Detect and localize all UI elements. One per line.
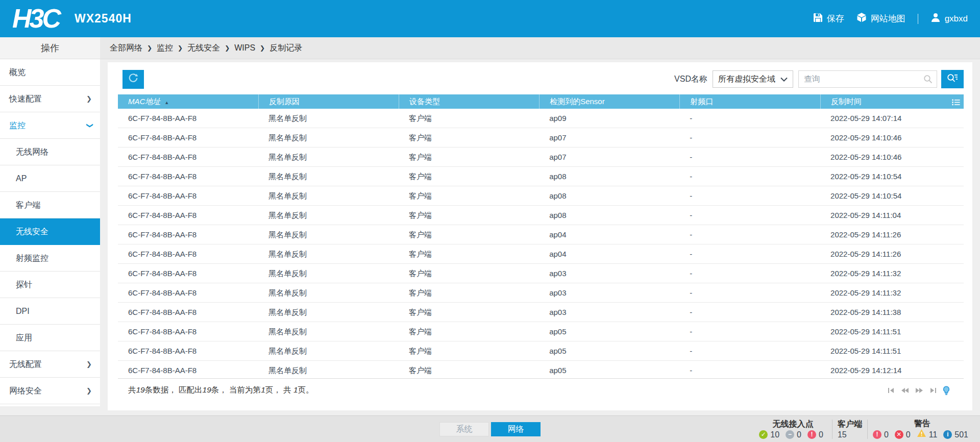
device-model: WX2540H bbox=[75, 12, 132, 26]
table-cell: 6C-F7-84-8B-AA-F8 bbox=[118, 264, 258, 283]
advanced-search-button[interactable] bbox=[941, 70, 964, 88]
sidebar-item-dpi[interactable]: DPI bbox=[0, 298, 100, 325]
header-divider bbox=[918, 14, 918, 24]
sidebar-item-overview[interactable]: 概览 bbox=[0, 59, 100, 86]
table-cell: 客户端 bbox=[399, 186, 539, 205]
table-cell: 6C-F7-84-8B-AA-F8 bbox=[118, 244, 258, 263]
next-page-button[interactable] bbox=[915, 387, 923, 394]
column-config-icon[interactable] bbox=[952, 99, 960, 107]
column-header[interactable]: MAC地址▲ bbox=[118, 94, 258, 109]
status-stats: 无线接入点 ✓10 −0 !0 客户端 15 警告 !0 ✕0 11 i501 bbox=[754, 418, 977, 440]
sidebar-item-ap[interactable]: AP bbox=[0, 165, 100, 192]
table-row[interactable]: 6C-F7-84-8B-AA-F8黑名单反制客户端ap03-2022-05-29… bbox=[118, 303, 964, 322]
table-cell: 6C-F7-84-8B-AA-F8 bbox=[118, 322, 258, 341]
sidebar-item-wireless-security[interactable]: 无线安全 bbox=[0, 218, 100, 245]
table-row[interactable]: 6C-F7-84-8B-AA-F8黑名单反制客户端ap08-2022-05-29… bbox=[118, 186, 964, 206]
table-cell: 黑名单反制 bbox=[258, 303, 399, 322]
breadcrumb-item[interactable]: 监控 bbox=[157, 43, 173, 54]
table-cell: 2022-05-29 14:10:46 bbox=[820, 128, 964, 147]
table-row[interactable]: 6C-F7-84-8B-AA-F8黑名单反制客户端ap08-2022-05-29… bbox=[118, 206, 964, 225]
table-footer: 共19条数据， 匹配出19条， 当前为第1页， 共 1页。 bbox=[118, 378, 964, 402]
tab-network[interactable]: 网络 bbox=[491, 422, 541, 436]
breadcrumb-item[interactable]: WIPS bbox=[234, 43, 255, 53]
table-row[interactable]: 6C-F7-84-8B-AA-F8黑名单反制客户端ap04-2022-05-29… bbox=[118, 225, 964, 244]
table-cell: 6C-F7-84-8B-AA-F8 bbox=[118, 109, 258, 128]
sidebar-item-client[interactable]: 客户端 bbox=[0, 192, 100, 218]
sitemap-button[interactable]: 网站地图 bbox=[856, 12, 905, 25]
table-row[interactable]: 6C-F7-84-8B-AA-F8黑名单反制客户端ap09-2022-05-29… bbox=[118, 109, 964, 128]
sitemap-cube-icon bbox=[856, 12, 867, 25]
breadcrumb-item[interactable]: 无线安全 bbox=[187, 43, 220, 54]
table-row[interactable]: 6C-F7-84-8B-AA-F8黑名单反制客户端ap07-2022-05-29… bbox=[118, 128, 964, 148]
status-tabs: 系统 网络 bbox=[439, 422, 541, 436]
vsd-select[interactable]: 所有虚拟安全域 bbox=[713, 70, 793, 88]
sidebar-item-application[interactable]: 应用 bbox=[0, 325, 100, 351]
pagination-summary: 共19条数据， 匹配出19条， 当前为第1页， 共 1页。 bbox=[128, 385, 314, 396]
table-cell: 2022-05-29 14:10:54 bbox=[820, 186, 964, 205]
sidebar-item-rf-monitoring[interactable]: 射频监控 bbox=[0, 245, 100, 272]
countermeasure-table: MAC地址▲反制原因设备类型检测到的Sensor射频口反制时间 6C-F7-84… bbox=[118, 94, 964, 402]
column-header[interactable]: 射频口 bbox=[679, 94, 820, 109]
tab-system[interactable]: 系统 bbox=[439, 422, 489, 436]
sidebar-item-wireless-network[interactable]: 无线网络 bbox=[0, 139, 100, 165]
alarm-stats: 警告 !0 ✕0 11 i501 bbox=[868, 418, 977, 440]
tip-bulb-icon[interactable] bbox=[943, 386, 950, 395]
column-header[interactable]: 反制原因 bbox=[258, 94, 399, 109]
h3c-logo: H3C bbox=[12, 0, 59, 37]
user-menu[interactable]: gxbxd bbox=[930, 12, 968, 25]
sidebar-item-probe[interactable]: 探针 bbox=[0, 272, 100, 298]
sidebar-item-label: 应用 bbox=[16, 333, 32, 342]
table-row[interactable]: 6C-F7-84-8B-AA-F8黑名单反制客户端ap07-2022-05-29… bbox=[118, 148, 964, 167]
table-cell: - bbox=[679, 244, 820, 263]
table-cell: ap03 bbox=[539, 264, 679, 283]
pagination-total-pages: 1 bbox=[293, 385, 298, 394]
table-cell: - bbox=[679, 167, 820, 186]
last-page-button[interactable] bbox=[929, 387, 937, 394]
sidebar-item-quick-setup[interactable]: 快速配置❯ bbox=[0, 86, 100, 112]
pagination-text: 条数据， 匹配出 bbox=[145, 385, 203, 394]
sidebar-item-label: 网络安全 bbox=[9, 386, 42, 395]
column-header-label: 设备类型 bbox=[409, 97, 440, 106]
table-row[interactable]: 6C-F7-84-8B-AA-F8黑名单反制客户端ap08-2022-05-29… bbox=[118, 167, 964, 186]
table-cell: 6C-F7-84-8B-AA-F8 bbox=[118, 148, 258, 166]
table-header-row: MAC地址▲反制原因设备类型检测到的Sensor射频口反制时间 bbox=[118, 94, 964, 109]
table-row[interactable]: 6C-F7-84-8B-AA-F8黑名单反制客户端ap04-2022-05-29… bbox=[118, 244, 964, 264]
table-cell: 2022-05-29 14:10:46 bbox=[820, 148, 964, 166]
column-header[interactable]: 检测到的Sensor bbox=[539, 94, 679, 109]
sidebar-title: 操作 bbox=[0, 37, 100, 59]
sidebar-item-monitoring[interactable]: 监控❯ bbox=[0, 112, 100, 139]
table-row[interactable]: 6C-F7-84-8B-AA-F8黑名单反制客户端ap05-2022-05-29… bbox=[118, 322, 964, 341]
table-cell: 黑名单反制 bbox=[258, 264, 399, 283]
alarm-critical-count: 0 bbox=[884, 429, 889, 440]
prev-page-button[interactable] bbox=[901, 387, 909, 394]
client-stats-label: 客户端 bbox=[838, 419, 862, 429]
pagination-text: 页， 共 bbox=[265, 385, 293, 394]
breadcrumb-item[interactable]: 反制记录 bbox=[270, 43, 302, 54]
advanced-search-icon bbox=[947, 73, 958, 85]
first-page-button[interactable] bbox=[888, 387, 895, 394]
pagination-current-page: 1 bbox=[261, 385, 265, 394]
alarm-error-count: 0 bbox=[906, 429, 911, 440]
column-header[interactable]: 反制时间 bbox=[820, 94, 964, 109]
breadcrumb-item[interactable]: 全部网络 bbox=[110, 43, 142, 54]
refresh-button[interactable] bbox=[122, 70, 144, 89]
sidebar-item-wireless-config[interactable]: 无线配置❯ bbox=[0, 351, 100, 378]
table-cell: 2022-05-29 14:11:32 bbox=[820, 283, 964, 302]
ap-alert-count: 0 bbox=[819, 429, 823, 440]
user-icon bbox=[930, 12, 941, 25]
table-cell: 客户端 bbox=[399, 148, 539, 166]
table-row[interactable]: 6C-F7-84-8B-AA-F8黑名单反制客户端ap05-2022-05-29… bbox=[118, 341, 964, 361]
column-header-label: 检测到的Sensor bbox=[550, 97, 605, 106]
table-cell: 客户端 bbox=[399, 322, 539, 341]
sidebar-item-network-security[interactable]: 网络安全❯ bbox=[0, 378, 100, 404]
table-row[interactable]: 6C-F7-84-8B-AA-F8黑名单反制客户端ap03-2022-05-29… bbox=[118, 264, 964, 283]
table-row[interactable]: 6C-F7-84-8B-AA-F8黑名单反制客户端ap03-2022-05-29… bbox=[118, 283, 964, 303]
top-bar: H3C WX2540H 保存 网站地图 gxbxd bbox=[0, 0, 980, 37]
search-input[interactable] bbox=[798, 70, 937, 88]
table-row[interactable]: 6C-F7-84-8B-AA-F8黑名单反制客户端ap05-2022-05-29… bbox=[118, 361, 964, 378]
table-cell: 客户端 bbox=[399, 225, 539, 244]
table-cell: - bbox=[679, 361, 820, 378]
save-button[interactable]: 保存 bbox=[813, 13, 844, 25]
table-cell: ap04 bbox=[539, 244, 679, 263]
column-header[interactable]: 设备类型 bbox=[399, 94, 539, 109]
